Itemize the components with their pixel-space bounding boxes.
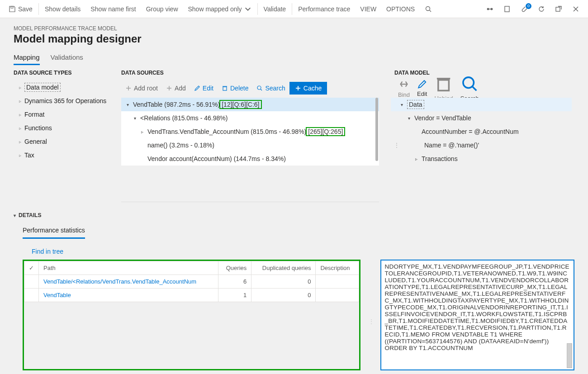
col-description[interactable]: Description [316, 261, 359, 275]
show-details-button[interactable]: Show details [40, 0, 85, 18]
dm-name[interactable]: ⋮ Name = @.'name()' [391, 138, 572, 152]
cache-button[interactable]: Cache [289, 82, 327, 95]
view-menu[interactable]: VIEW [355, 0, 381, 18]
save-button[interactable]: Save [4, 0, 38, 18]
tab-mapping[interactable]: Mapping [14, 51, 40, 65]
caret-right-icon: ▹ [19, 126, 24, 131]
type-d365fo[interactable]: ▹Dynamics 365 for Operations [14, 94, 121, 108]
scrollbar[interactable] [567, 343, 572, 368]
popout-button[interactable] [550, 0, 567, 18]
breadcrumb: MODEL PERFORMANCE TRACE MODEL [14, 25, 574, 32]
svg-line-23 [472, 87, 476, 91]
performance-stats-table: ✓ Path Queries Duplicated queries Descri… [24, 261, 359, 302]
performance-stats-table-highlight: ✓ Path Queries Duplicated queries Descri… [23, 260, 360, 370]
svg-rect-14 [223, 87, 227, 90]
caret-down-icon: ▾ [127, 102, 133, 107]
ds-vendtable[interactable]: ▾ VendTable (987.2ms - 56.91%)[12][Q:6][… [121, 98, 379, 111]
office-icon [503, 5, 511, 13]
sources-heading: DATA SOURCES [121, 70, 379, 80]
dm-account-number[interactable]: AccountNumber = @.AccountNum [391, 125, 572, 138]
caret-right-icon: ▹ [19, 139, 24, 144]
show-name-first-button[interactable]: Show name first [85, 0, 141, 18]
ds-vendor-account[interactable]: Vendor account(AccountNum) (144.7ms - 8.… [121, 152, 379, 166]
dm-edit-button[interactable]: Edit [413, 77, 431, 99]
path-link[interactable]: VendTable/<Relations/VendTrans.VendTable… [39, 275, 218, 289]
edit-button[interactable]: Edit [190, 82, 218, 94]
tab-validations[interactable]: Validations [51, 51, 83, 65]
save-label: Save [18, 5, 33, 13]
ds-vendtrans[interactable]: ▹ VendTrans.VendTable_AccountNum (815.0m… [121, 125, 379, 138]
caret-right-icon: ▹ [415, 156, 422, 161]
table-row[interactable]: VendTable 1 0 [24, 289, 359, 302]
search-button[interactable] [420, 0, 437, 18]
select-all-checkbox[interactable]: ✓ [24, 261, 39, 275]
ds-relations[interactable]: ▾ <Relations (815.0ms - 46.98%) [121, 111, 379, 125]
notifications-button[interactable]: 0 [516, 0, 533, 18]
top-toolbar: Save Show details Show name first Group … [0, 0, 588, 18]
options-menu[interactable]: OPTIONS [381, 0, 420, 18]
close-icon [572, 5, 579, 13]
toolbar-separator [38, 3, 39, 15]
attach-icon: 0 [521, 5, 528, 13]
stats-badge: [12][Q:6][C:6] [219, 100, 261, 109]
connector-icon-button[interactable] [481, 0, 498, 18]
svg-point-1 [426, 6, 430, 10]
dm-vendor[interactable]: ▾ Vendor = VendTable [391, 111, 572, 125]
group-view-button[interactable]: Group view [141, 0, 183, 18]
resize-grip-icon[interactable]: ⋮ [369, 318, 375, 325]
show-mapped-only-dropdown[interactable]: Show mapped only [183, 0, 256, 18]
svg-point-4 [491, 8, 493, 10]
col-queries[interactable]: Queries [218, 261, 251, 275]
delete-button[interactable]: Delete [218, 82, 252, 94]
type-functions[interactable]: ▹Functions [14, 121, 121, 135]
type-data-model[interactable]: ▹Data model [14, 80, 121, 94]
more-icon[interactable]: ⋮ [391, 142, 403, 149]
data-source-types-panel: DATA SOURCE TYPES ▹Data model ▹Dynamics … [14, 70, 121, 208]
search-icon [425, 5, 432, 13]
caret-right-icon: ▹ [19, 112, 24, 117]
scrollbar[interactable] [375, 98, 378, 161]
type-general[interactable]: ▹General [14, 135, 121, 148]
caret-right-icon: ▹ [141, 129, 147, 134]
sql-query-viewer[interactable]: NDORTYPE_MX,T1.VENDPAYMFEEGROUP_JP,T1.VE… [380, 260, 574, 370]
details-section: ▾ DETAILS Performance statistics Find in… [0, 208, 588, 370]
svg-line-17 [261, 89, 262, 90]
col-path[interactable]: Path [39, 261, 218, 275]
svg-rect-7 [556, 7, 560, 11]
stats-badge: [265][Q:265] [306, 127, 345, 136]
sql-text: NDORTYPE_MX,T1.VENDPAYMFEEGROUP_JP,T1.VE… [385, 263, 570, 351]
close-button[interactable] [567, 0, 584, 18]
add-button[interactable]: Add [162, 82, 190, 94]
dm-transactions[interactable]: ▹ Transactions [391, 152, 572, 166]
toolbar-separator [292, 3, 292, 15]
dm-tree: ▾ Data ▾ Vendor = VendTable AccountNumbe… [391, 98, 572, 166]
performance-trace-button[interactable]: Performance trace [293, 0, 355, 18]
caret-right-icon: ▹ [19, 99, 24, 104]
svg-rect-6 [505, 6, 509, 12]
bind-button[interactable]: Bind [394, 76, 413, 100]
details-toggle[interactable]: ▾ DETAILS [14, 212, 574, 218]
path-link[interactable]: VendTable [39, 289, 218, 302]
types-tree: ▹Data model ▹Dynamics 365 for Operations… [14, 80, 121, 162]
tab-performance-statistics[interactable]: Performance statistics [23, 224, 85, 239]
caret-down-icon: ▾ [401, 102, 407, 107]
refresh-button[interactable] [533, 0, 550, 18]
office-icon-button[interactable] [498, 0, 516, 18]
type-format[interactable]: ▹Format [14, 108, 121, 121]
find-in-tree-link[interactable]: Find in tree [14, 239, 574, 260]
search-sources-button[interactable]: Search [252, 82, 289, 94]
type-tax[interactable]: ▹Tax [14, 148, 121, 162]
save-icon [9, 5, 16, 13]
sources-action-row: Add root Add Edit Delete Search Cache [121, 80, 379, 96]
notification-badge: 0 [526, 3, 531, 9]
dm-data[interactable]: ▾ Data [391, 98, 572, 111]
col-duplicated-queries[interactable]: Duplicated queries [251, 261, 316, 275]
table-row[interactable]: VendTable/<Relations/VendTrans.VendTable… [24, 275, 359, 289]
refresh-icon [538, 5, 545, 13]
validate-button[interactable]: Validate [259, 0, 291, 18]
svg-line-2 [430, 10, 432, 12]
toolbar-separator [257, 3, 258, 15]
add-root-button[interactable]: Add root [121, 82, 162, 94]
ds-name-fn[interactable]: name() (3.2ms - 0.18%) [121, 138, 379, 152]
dm-action-row: Bind Edit Unbind Search [391, 80, 572, 96]
